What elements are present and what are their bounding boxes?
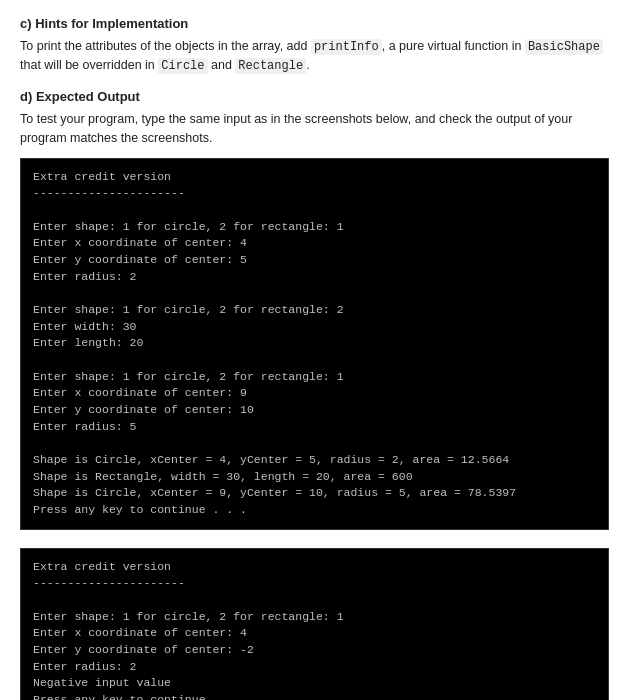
terminal-box-2: Extra credit version -------------------… xyxy=(20,548,609,700)
hints-text-and: and xyxy=(208,58,236,72)
hints-code-rectangle: Rectangle xyxy=(235,58,306,74)
terminal-box-1: Extra credit version -------------------… xyxy=(20,158,609,530)
hints-text-end: . xyxy=(306,58,309,72)
hints-text-mid: , a pure virtual function in xyxy=(382,39,522,53)
expected-header: d) Expected Output xyxy=(20,89,609,104)
hints-code-circle: Circle xyxy=(158,58,207,74)
hints-body: To print the attributes of the objects i… xyxy=(20,37,609,75)
hints-text-suffix: that will be overridden in xyxy=(20,58,158,72)
hints-code-printinfo: printInfo xyxy=(311,39,382,55)
expected-body: To test your program, type the same inpu… xyxy=(20,110,609,148)
hints-header: c) Hints for Implementation xyxy=(20,16,609,31)
hints-code-basicshape: BasicShape xyxy=(525,39,603,55)
hints-text-prefix: To print the attributes of the objects i… xyxy=(20,39,311,53)
